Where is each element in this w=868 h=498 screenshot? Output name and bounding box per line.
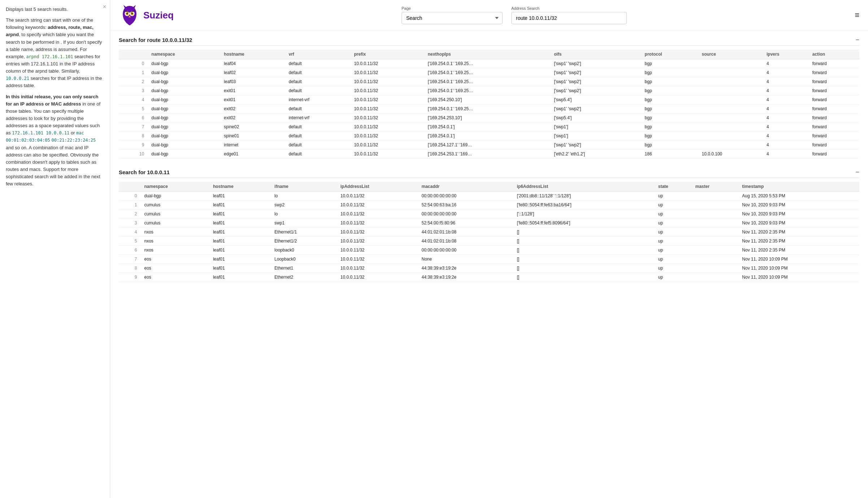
table-cell: exit01 bbox=[221, 95, 286, 104]
table-cell: ['swp5.4'] bbox=[551, 95, 642, 104]
table-cell: leaf01 bbox=[210, 264, 272, 273]
table-cell: up bbox=[655, 264, 693, 273]
table-cell bbox=[693, 228, 739, 237]
table-cell: 186 bbox=[642, 150, 699, 159]
addr-col-index bbox=[119, 182, 141, 192]
table-cell: dual-bgp bbox=[148, 141, 221, 150]
table-cell: Ethernet1 bbox=[272, 264, 338, 273]
table-cell: dual-bgp bbox=[148, 86, 221, 95]
table-cell: dual-bgp bbox=[148, 68, 221, 77]
table-cell: bgp bbox=[642, 68, 699, 77]
route-collapse-button[interactable]: − bbox=[855, 37, 859, 43]
table-cell: nxos bbox=[141, 228, 210, 237]
route-section-title: Search for route 10.0.0.11/32 bbox=[119, 37, 192, 43]
table-cell: ['169.254.0.1' '169.25… bbox=[425, 77, 551, 86]
table-cell: cumulus bbox=[141, 201, 210, 210]
table-cell: default bbox=[286, 132, 351, 141]
table-cell: Nov 10, 2020 9:03 PM bbox=[739, 219, 859, 228]
example-multi-1: 172.16.1.101 10.0.0.11 bbox=[12, 130, 69, 136]
table-cell: Aug 15, 2020 5:53 PM bbox=[739, 192, 859, 201]
table-cell: ['swp1' 'swp2'] bbox=[551, 86, 642, 95]
table-cell: ['swp1' 'swp2'] bbox=[551, 59, 642, 68]
table-cell: up bbox=[655, 255, 693, 264]
table-cell: nxos bbox=[141, 237, 210, 246]
table-cell: leaf01 bbox=[210, 201, 272, 210]
route-section: Search for route 10.0.0.11/32 − namespac… bbox=[119, 37, 859, 159]
page-field: Page Search Route Address MAC ARP/ND bbox=[402, 6, 503, 24]
address-search-field: Address Search bbox=[511, 6, 627, 24]
table-cell: lo bbox=[272, 210, 338, 219]
table-cell: ['fe80::5054:ff:fef5:8096/64'] bbox=[514, 219, 655, 228]
sidebar-close-button[interactable]: × bbox=[103, 4, 106, 10]
table-cell: ['::1/128'] bbox=[514, 210, 655, 219]
table-cell: 10.0.0.11/32 bbox=[338, 219, 419, 228]
table-cell: None bbox=[419, 255, 514, 264]
table-cell bbox=[693, 273, 739, 282]
addr-col-ifname: ifname bbox=[272, 182, 338, 192]
table-cell bbox=[693, 192, 739, 201]
route-col-ipvers: ipvers bbox=[764, 50, 810, 59]
table-cell: 10.0.0.11/32 bbox=[338, 210, 419, 219]
table-cell: 10.0.0.11/32 bbox=[338, 273, 419, 282]
table-cell: 8 bbox=[119, 132, 148, 141]
table-cell: internet bbox=[221, 141, 286, 150]
table-cell: 3 bbox=[119, 219, 141, 228]
table-cell: default bbox=[286, 59, 351, 68]
table-cell: 00:00:00:00:00:00 bbox=[419, 192, 514, 201]
table-cell: 10.0.0.11/32 bbox=[338, 255, 419, 264]
table-cell: dual-bgp bbox=[148, 113, 221, 123]
table-cell: bgp bbox=[642, 86, 699, 95]
table-cell: 4 bbox=[119, 228, 141, 237]
table-cell: swp1 bbox=[272, 219, 338, 228]
sidebar: × Displays last 5 search results. The se… bbox=[0, 0, 110, 498]
address-collapse-button[interactable]: − bbox=[855, 169, 859, 175]
table-row: 5dual-bgpexit02default10.0.0.11/32['169.… bbox=[119, 104, 859, 113]
table-cell: 10.0.0.11/32 bbox=[351, 77, 425, 86]
table-cell: 7 bbox=[119, 123, 148, 132]
addr-col-hostname: hostname bbox=[210, 182, 272, 192]
table-cell: dual-bgp bbox=[148, 132, 221, 141]
table-cell: 10.0.0.11/32 bbox=[351, 132, 425, 141]
table-cell: 8 bbox=[119, 264, 141, 273]
table-cell: 4 bbox=[764, 104, 810, 113]
route-col-vrf: vrf bbox=[286, 50, 351, 59]
table-cell: [] bbox=[514, 273, 655, 282]
table-row: 6dual-bgpexit02internet-vrf10.0.0.11/32[… bbox=[119, 113, 859, 123]
address-section-header: Search for 10.0.0.11 − bbox=[119, 169, 859, 178]
table-cell: lo bbox=[272, 192, 338, 201]
table-cell: default bbox=[286, 150, 351, 159]
table-row: 2dual-bgpleaf03default10.0.0.11/32['169.… bbox=[119, 77, 859, 86]
table-cell: ['fe80::5054:ff:fe63:ba16/64'] bbox=[514, 201, 655, 210]
table-row: 2cumulusleaf01lo10.0.0.11/3200:00:00:00:… bbox=[119, 210, 859, 219]
table-cell: Ethernet2 bbox=[272, 273, 338, 282]
table-cell: 4 bbox=[764, 132, 810, 141]
sidebar-text-3: In this initial release, you can only se… bbox=[6, 93, 104, 188]
table-cell: dual-bgp bbox=[141, 192, 210, 201]
table-row: 0dual-bgpleaf01lo10.0.0.11/3200:00:00:00… bbox=[119, 192, 859, 201]
addr-col-macaddr: macaddr bbox=[419, 182, 514, 192]
table-cell: up bbox=[655, 273, 693, 282]
table-cell: bgp bbox=[642, 132, 699, 141]
page-select[interactable]: Search Route Address MAC ARP/ND bbox=[402, 12, 503, 24]
table-cell: ['169.254.250.10'] bbox=[425, 95, 551, 104]
table-cell: 6 bbox=[119, 113, 148, 123]
table-cell: bgp bbox=[642, 141, 699, 150]
example-code-2: 10.0.0.21 bbox=[6, 76, 29, 81]
table-cell bbox=[699, 132, 764, 141]
svg-point-6 bbox=[126, 13, 128, 14]
address-search-input[interactable] bbox=[511, 12, 627, 24]
table-row: 4nxosleaf01Ethernet1/110.0.0.11/3244:01:… bbox=[119, 228, 859, 237]
address-table-header-row: namespace hostname ifname ipAddressList … bbox=[119, 182, 859, 192]
table-cell: ['swp1' 'swp2'] bbox=[551, 68, 642, 77]
table-cell: cumulus bbox=[141, 210, 210, 219]
hamburger-button[interactable]: ≡ bbox=[855, 10, 859, 20]
table-cell: dual-bgp bbox=[148, 95, 221, 104]
table-cell bbox=[699, 95, 764, 104]
table-cell: up bbox=[655, 246, 693, 255]
table-row: 4dual-bgpexit01internet-vrf10.0.0.11/32[… bbox=[119, 95, 859, 104]
table-row: 0dual-bgpleaf04default10.0.0.11/32['169.… bbox=[119, 59, 859, 68]
table-cell: 4 bbox=[764, 141, 810, 150]
table-cell: 4 bbox=[764, 68, 810, 77]
table-cell bbox=[693, 246, 739, 255]
table-cell: ['swp1' 'swp2'] bbox=[551, 104, 642, 113]
